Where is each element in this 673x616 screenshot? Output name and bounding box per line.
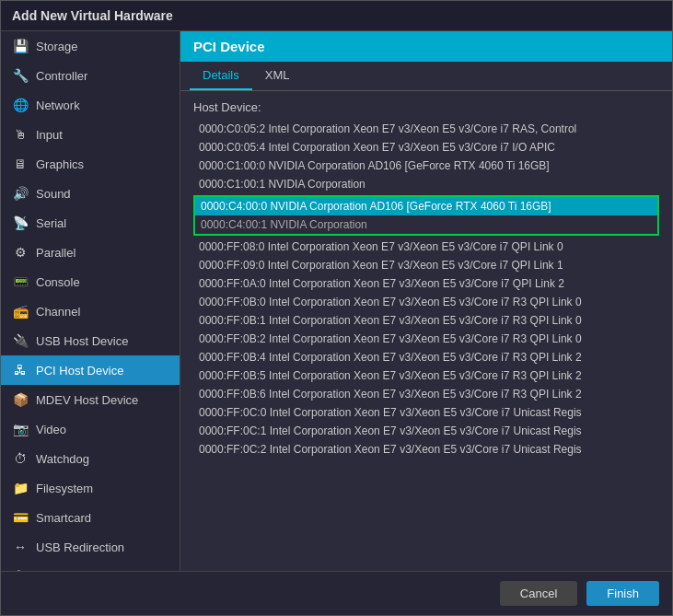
sidebar-label-17: USB Redirection	[36, 540, 124, 554]
device-list-item[interactable]: 0000:FF:08:0 Intel Corporation Xeon E7 v…	[193, 238, 659, 256]
sidebar-icon-8: 📟	[12, 273, 29, 290]
sidebar-item-network[interactable]: 🌐Network	[1, 90, 180, 120]
tab-bar: DetailsXML	[180, 62, 672, 91]
main-panel: PCI Device DetailsXML Host Device: 0000:…	[180, 31, 672, 571]
device-list-item[interactable]: 0000:C1:00:1 NVIDIA Corporation	[193, 175, 659, 193]
sidebar-label-0: Storage	[36, 40, 78, 53]
tab-details[interactable]: Details	[190, 62, 252, 90]
sidebar-icon-9: 📻	[12, 303, 29, 320]
dialog-content: 💾Storage🔧Controller🌐Network🖱Input🖥Graphi…	[1, 31, 672, 571]
sidebar-label-8: Console	[36, 275, 80, 289]
sidebar-label-3: Input	[36, 128, 63, 142]
device-list-item[interactable]: 0000:C4:00:0 NVIDIA Corporation AD106 [G…	[195, 197, 657, 215]
sidebar-label-7: Parallel	[36, 246, 75, 260]
device-list-item[interactable]: 0000:FF:0C:0 Intel Corporation Xeon E7 v…	[193, 403, 659, 422]
details-section: Host Device: 0000:C0:05:2 Intel Corporat…	[180, 91, 672, 571]
sidebar-item-sound[interactable]: 🔊Sound	[1, 179, 180, 208]
sidebar-item-video[interactable]: 📷Video	[1, 414, 180, 444]
sidebar-item-usb-redirection[interactable]: ↔USB Redirection	[1, 532, 180, 562]
sidebar-icon-2: 🌐	[12, 97, 29, 113]
sidebar-item-serial[interactable]: 📡Serial	[1, 208, 180, 238]
tab-xml[interactable]: XML	[252, 62, 303, 90]
device-list-item[interactable]: 0000:FF:0C:2 Intel Corporation Xeon E7 v…	[193, 440, 659, 459]
device-list-item[interactable]: 0000:FF:09:0 Intel Corporation Xeon E7 v…	[193, 256, 659, 274]
device-list-item[interactable]: 0000:C0:05:4 Intel Corporation Xeon E7 v…	[193, 138, 659, 157]
dialog-footer: Cancel Finish	[1, 571, 672, 615]
device-list-item[interactable]: 0000:FF:0B:0 Intel Corporation Xeon E7 v…	[193, 293, 659, 311]
sidebar-icon-14: ⏱	[12, 450, 29, 467]
sidebar: 💾Storage🔧Controller🌐Network🖱Input🖥Graphi…	[1, 31, 180, 571]
device-list-item[interactable]: 0000:C4:00:1 NVIDIA Corporation	[195, 215, 657, 234]
sidebar-icon-12: 📦	[12, 391, 29, 408]
sidebar-label-12: MDEV Host Device	[36, 393, 138, 407]
sidebar-item-pci-host-device[interactable]: 🖧PCI Host Device	[1, 355, 180, 385]
sidebar-icon-5: 🔊	[12, 185, 29, 202]
finish-button[interactable]: Finish	[586, 581, 659, 606]
sidebar-item-smartcard[interactable]: 💳Smartcard	[1, 503, 180, 532]
sidebar-item-tpm[interactable]: 🔐TPM	[1, 562, 180, 571]
sidebar-icon-3: 🖱	[12, 126, 29, 143]
panel-header: PCI Device	[180, 31, 672, 62]
sidebar-item-channel[interactable]: 📻Channel	[1, 296, 180, 326]
device-list-item[interactable]: 0000:FF:0B:6 Intel Corporation Xeon E7 v…	[193, 385, 659, 403]
sidebar-label-4: Graphics	[36, 157, 84, 171]
sidebar-icon-4: 🖥	[12, 156, 29, 172]
sidebar-item-parallel[interactable]: ⚙Parallel	[1, 238, 180, 267]
cancel-button[interactable]: Cancel	[500, 581, 577, 606]
sidebar-icon-1: 🔧	[12, 67, 29, 84]
sidebar-label-1: Controller	[36, 69, 87, 83]
sidebar-icon-0: 💾	[12, 38, 29, 54]
sidebar-label-2: Network	[36, 99, 80, 112]
device-list-item[interactable]: 0000:FF:0B:2 Intel Corporation Xeon E7 v…	[193, 330, 659, 348]
sidebar-item-storage[interactable]: 💾Storage	[1, 31, 180, 61]
sidebar-label-11: PCI Host Device	[36, 364, 123, 378]
device-list-item[interactable]: 0000:C1:00:0 NVIDIA Corporation AD106 [G…	[193, 157, 659, 175]
sidebar-label-15: Filesystem	[36, 482, 93, 495]
sidebar-icon-13: 📷	[12, 421, 29, 437]
sidebar-item-filesystem[interactable]: 📁Filesystem	[1, 473, 180, 503]
sidebar-label-6: Serial	[36, 216, 66, 230]
device-list-item[interactable]: 0000:FF:0B:4 Intel Corporation Xeon E7 v…	[193, 348, 659, 366]
sidebar-label-16: Smartcard	[36, 511, 91, 525]
sidebar-icon-7: ⚙	[12, 244, 29, 261]
sidebar-label-9: Channel	[36, 305, 80, 319]
dialog-title: Add New Virtual Hardware	[1, 1, 672, 31]
sidebar-item-usb-host-device[interactable]: 🔌USB Host Device	[1, 326, 180, 355]
sidebar-item-input[interactable]: 🖱Input	[1, 120, 180, 149]
sidebar-item-controller[interactable]: 🔧Controller	[1, 61, 180, 90]
host-device-label: Host Device:	[193, 100, 659, 114]
add-hardware-dialog: Add New Virtual Hardware 💾Storage🔧Contro…	[0, 0, 673, 616]
selected-device-group: 0000:C4:00:0 NVIDIA Corporation AD106 [G…	[193, 195, 659, 236]
sidebar-icon-17: ↔	[12, 539, 29, 555]
device-list-item[interactable]: 0000:C0:05:2 Intel Corporation Xeon E7 v…	[193, 120, 659, 138]
sidebar-icon-11: 🖧	[12, 362, 29, 378]
sidebar-item-console[interactable]: 📟Console	[1, 267, 180, 296]
sidebar-label-14: Watchdog	[36, 452, 89, 466]
sidebar-icon-6: 📡	[12, 215, 29, 231]
sidebar-label-5: Sound	[36, 187, 71, 201]
sidebar-item-graphics[interactable]: 🖥Graphics	[1, 149, 180, 179]
device-list-item[interactable]: 0000:FF:0A:0 Intel Corporation Xeon E7 v…	[193, 274, 659, 293]
sidebar-item-watchdog[interactable]: ⏱Watchdog	[1, 444, 180, 473]
device-list: 0000:C0:05:2 Intel Corporation Xeon E7 v…	[193, 120, 659, 459]
sidebar-icon-15: 📁	[12, 480, 29, 496]
device-list-item[interactable]: 0000:FF:0B:1 Intel Corporation Xeon E7 v…	[193, 311, 659, 330]
sidebar-label-13: Video	[36, 423, 66, 436]
device-list-item[interactable]: 0000:FF:0C:1 Intel Corporation Xeon E7 v…	[193, 422, 659, 440]
device-list-item[interactable]: 0000:FF:0B:5 Intel Corporation Xeon E7 v…	[193, 366, 659, 385]
sidebar-icon-16: 💳	[12, 509, 29, 526]
sidebar-item-mdev-host-device[interactable]: 📦MDEV Host Device	[1, 385, 180, 414]
sidebar-icon-10: 🔌	[12, 332, 29, 349]
sidebar-label-10: USB Host Device	[36, 334, 128, 348]
